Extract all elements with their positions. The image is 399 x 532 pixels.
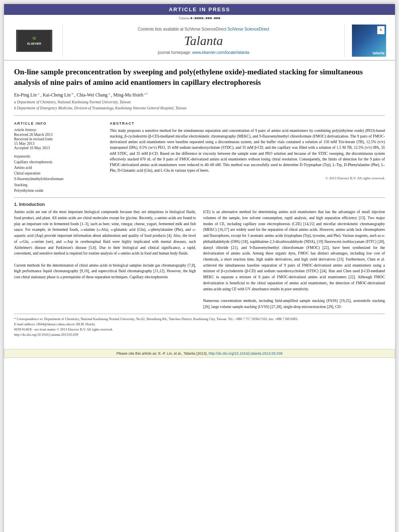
cover-journal-name: talanta [372,51,384,55]
intro-para4: Numerous concentration methods, includin… [203,298,385,310]
sciverse-text: Contents lists available at SciVerse Sci… [138,27,226,31]
intro-heading: 1. Introduction [14,202,385,207]
talanta-cover-image: R talanta [352,25,386,57]
journal-homepage: journal homepage: www.elsevier.com/locat… [158,50,249,55]
intro-para3: (CE) is an alternative method for determ… [203,209,385,292]
journal-title: Talanta [184,33,223,48]
sciverse-link[interactable]: SciVerse ScienceDirect [227,27,269,31]
email-note: E-mail address: t3644@nknucc.nknu.edu.tw… [14,322,385,327]
intro-para2: Current methods for the determination of… [14,263,196,280]
keyword-3: Chiral separation [14,170,103,176]
author-kai-cheng: , Kai-Cheng Lin [40,92,72,97]
keyword-4: 9-fluorenylmethylchloroformate [14,176,103,182]
journal-citation-text: Talanta ■ (■■■■) ■■■–■■■ [179,16,220,20]
keyword-5: Stacking [14,182,103,188]
homepage-url[interactable]: www.elsevier.com/locate/talanta [192,50,249,55]
svg-text:R: R [380,28,382,32]
authors-line: En-Ping Lin a , Kai-Cheng Lin b , Chia-W… [14,92,385,97]
sciverse-line: Contents lists available at SciVerse Sci… [138,27,269,31]
keywords-list: Capillary electrophoresis Amino acid Chi… [14,159,103,194]
journal-header-center: Contents lists available at SciVerse Sci… [62,25,345,57]
journal-citation: Talanta ■ (■■■■) ■■■–■■■ [4,15,395,21]
revised-date: 15 May 2013 [14,142,103,146]
divider-1 [14,115,385,116]
footnotes: * Correspondence to: Department of Chemi… [14,314,385,337]
article-info-column: ARTICLE INFO Article history: Received 2… [14,120,103,194]
article-page: ARTICLE IN PRESS Talanta ■ (■■■■) ■■■–■■… [4,4,395,532]
author-ming-mu: , Ming-Mu Hsieh [111,92,144,97]
keywords-label: Keywords: [14,154,103,158]
introduction-section: 1. Introduction Amino acids are one of t… [14,202,385,310]
received-date: Received 26 March 2013 [14,133,103,137]
intro-col2: (CE) is an alternative method for determ… [203,209,385,310]
affiliation-b: b Department of Emergency Medicine, Divi… [14,106,385,111]
copyright: © 2013 Elsevier B.V. All rights reserved… [110,176,385,180]
keyword-6: Polyethylene oxide [14,188,103,193]
journal-header: 🌿 ELSEVIER Contents lists available at S… [4,21,395,61]
accepted-date: Accepted 16 May 2013 [14,146,103,150]
issn-note: 0039-9140/$ - see front matter © 2013 El… [14,327,385,332]
intro-body: Amino acids are one of the most importan… [14,209,385,310]
journal-cover: R talanta [349,25,389,57]
doi-note: http://dx.doi.org/10.1016/j.talanta.2013… [14,332,385,337]
intro-para1: Amino acids are one of the most importan… [14,209,196,257]
intro-col1: Amino acids are one of the most importan… [14,209,196,310]
keyword-2: Amino acid [14,165,103,170]
footer-citation: Please cite this article as: E.-P. Lin, … [4,349,395,358]
banner-text: ARTICLE IN PRESS [169,6,230,12]
author-chia-wei: , Chia-Wei Chang [74,92,109,97]
keyword-1: Capillary electrophoresis [14,159,103,165]
affiliation-a: a Department of Chemistry, National Kaoh… [14,100,385,105]
article-in-press-banner: ARTICLE IN PRESS [4,4,395,15]
svg-rect-0 [18,31,50,51]
abstract-header: ABSTRACT [110,121,385,125]
history-label: Article history: [14,128,103,132]
abstract-text: This study proposes a sensitive method f… [110,128,385,174]
journal-header-left: 🌿 ELSEVIER [10,25,58,57]
paper-body: On-line sample preconcentration by sweep… [4,61,395,343]
author-en-ping: En-Ping Lin [14,92,38,97]
svg-text:ELSEVIER: ELSEVIER [27,42,41,45]
footer-doi-link[interactable]: http://dx.doi.org/10.1016/j.talanta.2013… [209,351,283,355]
abstract-column: ABSTRACT This study proposes a sensitive… [110,120,385,194]
homepage-label: journal homepage: [158,50,191,55]
svg-text:🌿: 🌿 [32,36,36,40]
footer-text: Please cite this article as: E.-P. Lin, … [117,351,208,355]
divider-2 [14,197,385,198]
elsevier-logo: 🌿 ELSEVIER [16,30,52,52]
article-info-header: ARTICLE INFO [14,121,103,125]
revised-label: Received in revised form [14,137,103,141]
article-info-abstract: ARTICLE INFO Article history: Received 2… [14,120,385,194]
paper-title: On-line sample preconcentration by sweep… [14,67,385,87]
correspondence-note: * Correspondence to: Department of Chemi… [14,316,385,322]
